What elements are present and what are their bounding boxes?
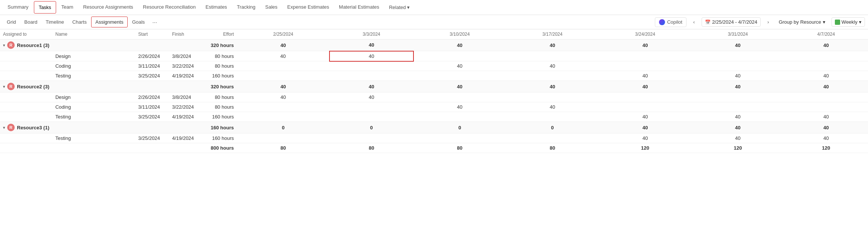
task-effort-cell: 160 hours [203, 112, 237, 122]
task-week-3-cell[interactable]: 40 [413, 61, 506, 71]
task-week-7-cell[interactable]: 40 [784, 112, 868, 122]
task-week-2-cell[interactable] [330, 61, 413, 71]
total-week-2-cell: 80 [330, 143, 413, 153]
task-week-6-cell[interactable] [691, 51, 784, 61]
group-by-button[interactable]: Group by Resource ▾ [776, 18, 828, 26]
task-week-3-cell[interactable] [413, 133, 506, 143]
task-week-7-cell[interactable] [784, 51, 868, 61]
resource-name-cell [52, 39, 135, 51]
task-week-6-cell[interactable]: 40 [691, 112, 784, 122]
task-week-1-cell[interactable] [237, 133, 330, 143]
copilot-button[interactable]: Copilot [655, 17, 686, 27]
nav-estimates[interactable]: Estimates [201, 1, 232, 14]
task-week-7-cell[interactable] [784, 102, 868, 112]
nav-resource-reconciliation[interactable]: Resource Reconciliation [139, 1, 200, 14]
task-week-3-cell[interactable]: 40 [413, 102, 506, 112]
resource-assigned-cell: ▾ R Resource2 (3) [0, 81, 52, 92]
task-week-6-cell[interactable] [691, 92, 784, 102]
assignments-table-container: Assigned to Name Start Finish Effort 2/2… [0, 29, 868, 153]
task-week-5-cell[interactable]: 40 [599, 71, 691, 81]
resource-week-5-cell: 40 [599, 39, 691, 51]
header-week-3: 3/10/2024 [413, 29, 506, 39]
nav-tasks[interactable]: Tasks [34, 1, 56, 14]
expand-arrow[interactable]: ▾ [3, 85, 5, 89]
prev-period-button[interactable]: ‹ [690, 18, 699, 27]
task-week-7-cell[interactable]: 40 [784, 133, 868, 143]
task-week-5-cell[interactable]: 40 [599, 133, 691, 143]
expand-arrow[interactable]: ▾ [3, 126, 5, 130]
task-week-3-cell[interactable] [413, 71, 506, 81]
resource-avatar: R [7, 41, 15, 49]
task-week-2-cell[interactable] [330, 71, 413, 81]
task-week-2-cell[interactable] [330, 102, 413, 112]
task-week-7-cell[interactable] [784, 92, 868, 102]
task-week-2-cell[interactable]: 40 [330, 92, 413, 102]
task-week-1-cell[interactable]: 40 [237, 92, 330, 102]
resource-week-5-cell: 40 [599, 122, 691, 133]
task-week-4-cell[interactable] [506, 133, 599, 143]
resource-week-3-cell: 40 [413, 39, 506, 51]
task-week-6-cell[interactable]: 40 [691, 71, 784, 81]
task-week-3-cell[interactable] [413, 51, 506, 61]
task-week-6-cell[interactable] [691, 61, 784, 71]
task-week-5-cell[interactable]: 40 [599, 112, 691, 122]
task-week-5-cell[interactable] [599, 102, 691, 112]
task-week-6-cell[interactable]: 40 [691, 133, 784, 143]
task-week-1-cell[interactable] [237, 102, 330, 112]
next-period-button[interactable]: › [764, 18, 773, 27]
task-week-6-cell[interactable] [691, 102, 784, 112]
task-week-4-cell[interactable] [506, 51, 599, 61]
sub-nav-charts[interactable]: Charts [69, 17, 90, 27]
task-start-cell: 3/11/2024 [135, 61, 169, 71]
task-assigned-cell [0, 71, 52, 81]
sub-nav-assignments[interactable]: Assignments [91, 17, 127, 27]
table-row: Testing3/25/20244/19/2024160 hours404040 [0, 71, 868, 81]
sub-nav-timeline[interactable]: Timeline [42, 17, 68, 27]
sub-nav-grid[interactable]: Grid [3, 17, 20, 27]
task-week-4-cell[interactable]: 40 [506, 102, 599, 112]
task-week-3-cell[interactable] [413, 112, 506, 122]
task-week-1-cell[interactable] [237, 61, 330, 71]
sub-nav-goals[interactable]: Goals [128, 17, 149, 27]
sub-nav-left: Grid Board Timeline Charts Assignments G… [3, 17, 654, 27]
resource-week-4-cell: 40 [506, 81, 599, 92]
task-week-4-cell[interactable] [506, 92, 599, 102]
nav-resource-assignments[interactable]: Resource Assignments [79, 1, 138, 14]
task-week-2-cell[interactable] [330, 112, 413, 122]
task-week-4-cell[interactable]: 40 [506, 61, 599, 71]
task-week-1-cell[interactable] [237, 112, 330, 122]
task-week-2-cell[interactable]: 40 [330, 51, 413, 61]
task-effort-cell: 80 hours [203, 92, 237, 102]
resource-week-6-cell: 40 [691, 81, 784, 92]
nav-tracking[interactable]: Tracking [232, 1, 260, 14]
resource-week-1-cell: 0 [237, 122, 330, 133]
nav-related[interactable]: Related ▾ [384, 2, 414, 13]
resource-week-7-cell: 40 [784, 39, 868, 51]
task-week-1-cell[interactable]: 40 [237, 51, 330, 61]
sub-nav-board[interactable]: Board [21, 17, 41, 27]
nav-sales[interactable]: Sales [261, 1, 282, 14]
nav-summary[interactable]: Summary [3, 1, 33, 14]
task-week-5-cell[interactable] [599, 61, 691, 71]
date-range-selector[interactable]: 📅 2/25/2024 - 4/7/2024 [702, 17, 761, 27]
expand-arrow[interactable]: ▾ [3, 43, 5, 47]
weekly-button[interactable]: Weekly ▾ [831, 17, 865, 27]
task-week-5-cell[interactable] [599, 51, 691, 61]
task-week-1-cell[interactable] [237, 71, 330, 81]
task-name-cell: Coding [52, 61, 135, 71]
task-finish-cell: 3/22/2024 [169, 61, 203, 71]
task-week-7-cell[interactable] [784, 61, 868, 71]
task-week-2-cell[interactable] [330, 133, 413, 143]
more-options-button[interactable]: ··· [149, 17, 160, 27]
task-week-4-cell[interactable] [506, 112, 599, 122]
nav-material-estimates[interactable]: Material Estimates [334, 1, 384, 14]
nav-team[interactable]: Team [57, 1, 78, 14]
task-effort-cell: 80 hours [203, 51, 237, 61]
task-name-cell: Coding [52, 102, 135, 112]
task-week-3-cell[interactable] [413, 92, 506, 102]
task-week-5-cell[interactable] [599, 92, 691, 102]
task-week-7-cell[interactable]: 40 [784, 71, 868, 81]
nav-expense-estimates[interactable]: Expense Estimates [283, 1, 334, 14]
task-week-4-cell[interactable] [506, 71, 599, 81]
task-finish-cell: 4/19/2024 [169, 133, 203, 143]
